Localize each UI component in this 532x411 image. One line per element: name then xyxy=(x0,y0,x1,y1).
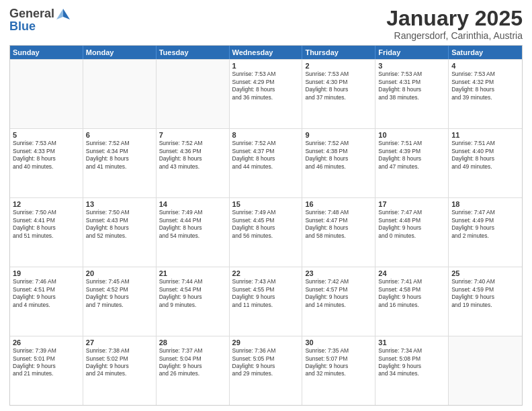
sun-info: Sunrise: 7:53 AM Sunset: 4:30 PM Dayligh… xyxy=(305,71,372,101)
calendar-cell-2: 2Sunrise: 7:53 AM Sunset: 4:30 PM Daylig… xyxy=(302,60,375,128)
day-number: 12 xyxy=(13,200,80,208)
calendar-cell-4: 4Sunrise: 7:53 AM Sunset: 4:32 PM Daylig… xyxy=(449,60,522,128)
sun-info: Sunrise: 7:52 AM Sunset: 4:36 PM Dayligh… xyxy=(159,140,226,171)
calendar-cell-1: 1Sunrise: 7:53 AM Sunset: 4:29 PM Daylig… xyxy=(230,60,303,128)
location: Rangersdorf, Carinthia, Austria xyxy=(386,30,523,41)
header-saturday: Saturday xyxy=(449,46,522,59)
sun-info: Sunrise: 7:53 AM Sunset: 4:32 PM Dayligh… xyxy=(451,71,519,101)
day-number: 25 xyxy=(451,269,519,277)
calendar-cell-28: 28Sunrise: 7:37 AM Sunset: 5:04 PM Dayli… xyxy=(157,336,230,405)
calendar-week-3: 12Sunrise: 7:50 AM Sunset: 4:41 PM Dayli… xyxy=(10,197,522,267)
calendar-cell-9: 9Sunrise: 7:52 AM Sunset: 4:38 PM Daylig… xyxy=(302,129,375,197)
calendar-cell-10: 10Sunrise: 7:51 AM Sunset: 4:39 PM Dayli… xyxy=(375,129,449,197)
calendar-cell-31: 31Sunrise: 7:34 AM Sunset: 5:08 PM Dayli… xyxy=(375,336,449,405)
day-number: 16 xyxy=(305,200,372,208)
calendar-cell-empty-0-2 xyxy=(157,60,230,128)
calendar-cell-8: 8Sunrise: 7:52 AM Sunset: 4:37 PM Daylig… xyxy=(230,129,303,197)
calendar-cell-16: 16Sunrise: 7:48 AM Sunset: 4:47 PM Dayli… xyxy=(302,198,375,267)
day-number: 26 xyxy=(13,338,80,347)
day-number: 15 xyxy=(232,200,300,208)
sun-info: Sunrise: 7:38 AM Sunset: 5:02 PM Dayligh… xyxy=(86,347,153,378)
header-tuesday: Tuesday xyxy=(157,46,230,59)
calendar-cell-25: 25Sunrise: 7:40 AM Sunset: 4:59 PM Dayli… xyxy=(449,267,522,336)
day-number: 22 xyxy=(232,269,300,277)
calendar-cell-22: 22Sunrise: 7:43 AM Sunset: 4:55 PM Dayli… xyxy=(230,267,303,336)
page: General Blue January 2025 Rangersdorf, C… xyxy=(0,0,532,411)
day-number: 24 xyxy=(378,269,445,277)
day-number: 6 xyxy=(86,131,153,139)
calendar-cell-5: 5Sunrise: 7:53 AM Sunset: 4:33 PM Daylig… xyxy=(10,129,83,197)
calendar: Sunday Monday Tuesday Wednesday Thursday… xyxy=(9,45,523,406)
calendar-cell-19: 19Sunrise: 7:46 AM Sunset: 4:51 PM Dayli… xyxy=(10,267,83,336)
calendar-cell-11: 11Sunrise: 7:51 AM Sunset: 4:40 PM Dayli… xyxy=(449,129,522,197)
month-title: January 2025 xyxy=(386,7,523,30)
day-number: 30 xyxy=(305,338,372,347)
day-number: 21 xyxy=(159,269,226,277)
calendar-cell-29: 29Sunrise: 7:36 AM Sunset: 5:05 PM Dayli… xyxy=(230,336,303,405)
day-number: 2 xyxy=(305,62,372,70)
day-number: 14 xyxy=(159,200,226,208)
sun-info: Sunrise: 7:44 AM Sunset: 4:54 PM Dayligh… xyxy=(159,278,226,309)
header-wednesday: Wednesday xyxy=(230,46,303,59)
calendar-cell-7: 7Sunrise: 7:52 AM Sunset: 4:36 PM Daylig… xyxy=(157,129,230,197)
day-number: 17 xyxy=(378,200,445,208)
calendar-cell-27: 27Sunrise: 7:38 AM Sunset: 5:02 PM Dayli… xyxy=(83,336,157,405)
title-block: January 2025 Rangersdorf, Carinthia, Aus… xyxy=(386,7,523,41)
calendar-week-5: 26Sunrise: 7:39 AM Sunset: 5:01 PM Dayli… xyxy=(10,336,522,405)
day-number: 7 xyxy=(159,131,226,139)
day-number: 18 xyxy=(451,200,519,208)
calendar-cell-17: 17Sunrise: 7:47 AM Sunset: 4:48 PM Dayli… xyxy=(375,198,449,267)
calendar-cell-empty-4-6 xyxy=(449,336,522,405)
day-number: 20 xyxy=(86,269,153,277)
svg-marker-1 xyxy=(56,9,63,19)
header-sunday: Sunday xyxy=(10,46,83,59)
logo-blue-text: Blue xyxy=(9,21,36,32)
sun-info: Sunrise: 7:50 AM Sunset: 4:41 PM Dayligh… xyxy=(13,209,80,240)
day-number: 5 xyxy=(13,131,80,139)
sun-info: Sunrise: 7:49 AM Sunset: 4:44 PM Dayligh… xyxy=(159,209,226,240)
calendar-cell-3: 3Sunrise: 7:53 AM Sunset: 4:31 PM Daylig… xyxy=(375,60,449,128)
calendar-cell-empty-0-0 xyxy=(10,60,83,128)
sun-info: Sunrise: 7:52 AM Sunset: 4:34 PM Dayligh… xyxy=(86,140,153,171)
calendar-week-1: 1Sunrise: 7:53 AM Sunset: 4:29 PM Daylig… xyxy=(10,59,522,128)
day-number: 19 xyxy=(13,269,80,277)
sun-info: Sunrise: 7:50 AM Sunset: 4:43 PM Dayligh… xyxy=(86,209,153,240)
day-number: 31 xyxy=(378,338,445,347)
day-number: 13 xyxy=(86,200,153,208)
header: General Blue January 2025 Rangersdorf, C… xyxy=(9,7,523,41)
calendar-cell-empty-0-1 xyxy=(83,60,157,128)
day-number: 3 xyxy=(378,62,445,70)
day-number: 27 xyxy=(86,338,153,347)
calendar-week-2: 5Sunrise: 7:53 AM Sunset: 4:33 PM Daylig… xyxy=(10,128,522,197)
sun-info: Sunrise: 7:52 AM Sunset: 4:38 PM Dayligh… xyxy=(305,140,372,171)
sun-info: Sunrise: 7:53 AM Sunset: 4:33 PM Dayligh… xyxy=(13,140,80,171)
svg-marker-0 xyxy=(63,9,70,19)
day-number: 23 xyxy=(305,269,372,277)
day-number: 28 xyxy=(159,338,226,347)
sun-info: Sunrise: 7:49 AM Sunset: 4:45 PM Dayligh… xyxy=(232,209,300,240)
logo: General Blue xyxy=(9,7,71,32)
sun-info: Sunrise: 7:43 AM Sunset: 4:55 PM Dayligh… xyxy=(232,278,300,309)
calendar-week-4: 19Sunrise: 7:46 AM Sunset: 4:51 PM Dayli… xyxy=(10,267,522,336)
sun-info: Sunrise: 7:40 AM Sunset: 4:59 PM Dayligh… xyxy=(451,278,519,309)
day-number: 9 xyxy=(305,131,372,139)
calendar-cell-15: 15Sunrise: 7:49 AM Sunset: 4:45 PM Dayli… xyxy=(230,198,303,267)
sun-info: Sunrise: 7:51 AM Sunset: 4:39 PM Dayligh… xyxy=(378,140,445,171)
calendar-cell-21: 21Sunrise: 7:44 AM Sunset: 4:54 PM Dayli… xyxy=(157,267,230,336)
calendar-cell-6: 6Sunrise: 7:52 AM Sunset: 4:34 PM Daylig… xyxy=(83,129,157,197)
sun-info: Sunrise: 7:52 AM Sunset: 4:37 PM Dayligh… xyxy=(232,140,300,171)
logo-sail-icon xyxy=(56,7,71,21)
sun-info: Sunrise: 7:36 AM Sunset: 5:05 PM Dayligh… xyxy=(232,347,300,378)
calendar-cell-30: 30Sunrise: 7:35 AM Sunset: 5:07 PM Dayli… xyxy=(302,336,375,405)
sun-info: Sunrise: 7:35 AM Sunset: 5:07 PM Dayligh… xyxy=(305,347,372,378)
sun-info: Sunrise: 7:37 AM Sunset: 5:04 PM Dayligh… xyxy=(159,347,226,378)
sun-info: Sunrise: 7:48 AM Sunset: 4:47 PM Dayligh… xyxy=(305,209,372,240)
sun-info: Sunrise: 7:34 AM Sunset: 5:08 PM Dayligh… xyxy=(378,347,445,378)
calendar-body: 1Sunrise: 7:53 AM Sunset: 4:29 PM Daylig… xyxy=(10,59,522,405)
header-friday: Friday xyxy=(375,46,449,59)
sun-info: Sunrise: 7:53 AM Sunset: 4:31 PM Dayligh… xyxy=(378,71,445,101)
day-number: 11 xyxy=(451,131,519,139)
calendar-cell-26: 26Sunrise: 7:39 AM Sunset: 5:01 PM Dayli… xyxy=(10,336,83,405)
sun-info: Sunrise: 7:39 AM Sunset: 5:01 PM Dayligh… xyxy=(13,347,80,378)
calendar-cell-18: 18Sunrise: 7:47 AM Sunset: 4:49 PM Dayli… xyxy=(449,198,522,267)
